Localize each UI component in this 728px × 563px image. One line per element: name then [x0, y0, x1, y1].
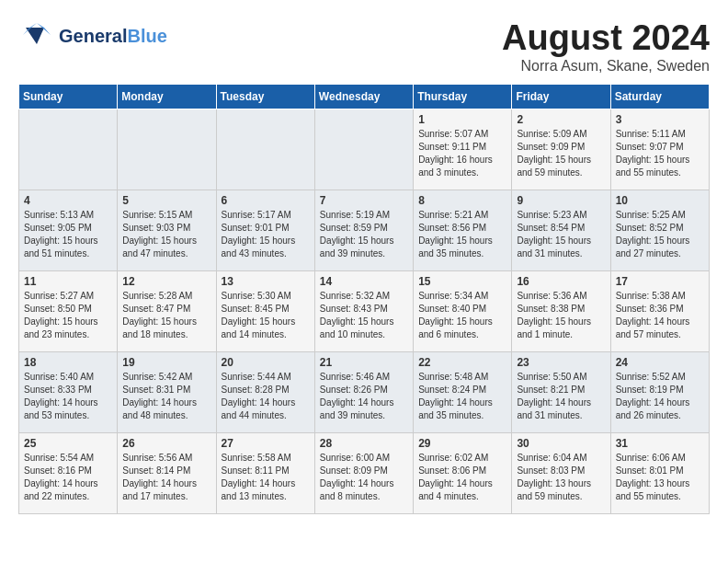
- calendar-cell: 29Sunrise: 6:02 AM Sunset: 8:06 PM Dayli…: [414, 433, 512, 514]
- day-info: Sunrise: 5:46 AM Sunset: 8:26 PM Dayligh…: [320, 371, 408, 422]
- day-info: Sunrise: 5:32 AM Sunset: 8:43 PM Dayligh…: [320, 290, 408, 341]
- day-number: 9: [517, 194, 605, 207]
- calendar-cell: 9Sunrise: 5:23 AM Sunset: 8:54 PM Daylig…: [512, 190, 610, 271]
- day-number: 30: [517, 437, 605, 450]
- calendar-cell: 22Sunrise: 5:48 AM Sunset: 8:24 PM Dayli…: [414, 352, 512, 433]
- day-number: 5: [122, 194, 210, 207]
- day-number: 27: [222, 437, 310, 450]
- calendar-cell: 12Sunrise: 5:28 AM Sunset: 8:47 PM Dayli…: [118, 271, 216, 352]
- calendar-cell: 15Sunrise: 5:34 AM Sunset: 8:40 PM Dayli…: [414, 271, 512, 352]
- day-number: 15: [418, 275, 506, 288]
- header-wednesday: Wednesday: [314, 85, 413, 109]
- day-info: Sunrise: 5:36 AM Sunset: 8:38 PM Dayligh…: [517, 290, 605, 341]
- day-info: Sunrise: 5:11 AM Sunset: 9:07 PM Dayligh…: [616, 128, 704, 179]
- day-number: 18: [24, 356, 112, 369]
- day-info: Sunrise: 5:19 AM Sunset: 8:59 PM Dayligh…: [320, 209, 408, 260]
- day-info: Sunrise: 6:04 AM Sunset: 8:03 PM Dayligh…: [517, 452, 605, 503]
- day-number: 6: [222, 194, 310, 207]
- day-number: 4: [24, 194, 112, 207]
- calendar-cell: 16Sunrise: 5:36 AM Sunset: 8:38 PM Dayli…: [512, 271, 610, 352]
- day-info: Sunrise: 5:40 AM Sunset: 8:33 PM Dayligh…: [24, 371, 112, 422]
- day-info: Sunrise: 6:06 AM Sunset: 8:01 PM Dayligh…: [616, 452, 704, 503]
- day-info: Sunrise: 6:02 AM Sunset: 8:06 PM Dayligh…: [418, 452, 506, 503]
- calendar-cell: 8Sunrise: 5:21 AM Sunset: 8:56 PM Daylig…: [414, 190, 512, 271]
- header-tuesday: Tuesday: [216, 85, 314, 109]
- day-info: Sunrise: 5:25 AM Sunset: 8:52 PM Dayligh…: [616, 209, 704, 260]
- location-subtitle: Norra Asum, Skane, Sweden: [502, 58, 710, 75]
- calendar-cell: [19, 109, 118, 190]
- calendar-cell: 11Sunrise: 5:27 AM Sunset: 8:50 PM Dayli…: [19, 271, 118, 352]
- day-number: 8: [418, 194, 506, 207]
- calendar-cell: [314, 109, 413, 190]
- day-info: Sunrise: 5:38 AM Sunset: 8:36 PM Dayligh…: [616, 290, 704, 341]
- day-number: 26: [122, 437, 210, 450]
- week-row-2: 4Sunrise: 5:13 AM Sunset: 9:05 PM Daylig…: [19, 190, 710, 271]
- day-info: Sunrise: 5:13 AM Sunset: 9:05 PM Dayligh…: [24, 209, 112, 260]
- calendar-cell: 28Sunrise: 6:00 AM Sunset: 8:09 PM Dayli…: [314, 433, 413, 514]
- day-number: 20: [222, 356, 310, 369]
- day-number: 16: [517, 275, 605, 288]
- day-number: 1: [418, 113, 506, 126]
- day-info: Sunrise: 5:23 AM Sunset: 8:54 PM Dayligh…: [517, 209, 605, 260]
- calendar-cell: 17Sunrise: 5:38 AM Sunset: 8:36 PM Dayli…: [610, 271, 709, 352]
- day-info: Sunrise: 5:56 AM Sunset: 8:14 PM Dayligh…: [122, 452, 210, 503]
- day-info: Sunrise: 5:09 AM Sunset: 9:09 PM Dayligh…: [517, 128, 605, 179]
- logo-text: GeneralBlue: [59, 26, 167, 46]
- day-number: 13: [222, 275, 310, 288]
- calendar-cell: 19Sunrise: 5:42 AM Sunset: 8:31 PM Dayli…: [118, 352, 216, 433]
- day-info: Sunrise: 5:34 AM Sunset: 8:40 PM Dayligh…: [418, 290, 506, 341]
- calendar-cell: 4Sunrise: 5:13 AM Sunset: 9:05 PM Daylig…: [19, 190, 118, 271]
- day-number: 2: [517, 113, 605, 126]
- calendar-cell: 30Sunrise: 6:04 AM Sunset: 8:03 PM Dayli…: [512, 433, 610, 514]
- calendar-cell: 10Sunrise: 5:25 AM Sunset: 8:52 PM Dayli…: [610, 190, 709, 271]
- month-year-title: August 2024: [502, 18, 710, 58]
- calendar-cell: [118, 109, 216, 190]
- header-monday: Monday: [118, 85, 216, 109]
- day-info: Sunrise: 5:42 AM Sunset: 8:31 PM Dayligh…: [122, 371, 210, 422]
- day-number: 3: [616, 113, 704, 126]
- day-info: Sunrise: 5:15 AM Sunset: 9:03 PM Dayligh…: [122, 209, 210, 260]
- calendar-cell: 6Sunrise: 5:17 AM Sunset: 9:01 PM Daylig…: [216, 190, 314, 271]
- day-number: 31: [616, 437, 704, 450]
- day-info: Sunrise: 5:07 AM Sunset: 9:11 PM Dayligh…: [418, 128, 506, 179]
- calendar-cell: 2Sunrise: 5:09 AM Sunset: 9:09 PM Daylig…: [512, 109, 610, 190]
- calendar-cell: 24Sunrise: 5:52 AM Sunset: 8:19 PM Dayli…: [610, 352, 709, 433]
- day-number: 21: [320, 356, 408, 369]
- header-thursday: Thursday: [414, 85, 512, 109]
- calendar-cell: 21Sunrise: 5:46 AM Sunset: 8:26 PM Dayli…: [314, 352, 413, 433]
- calendar-cell: 1Sunrise: 5:07 AM Sunset: 9:11 PM Daylig…: [414, 109, 512, 190]
- day-number: 14: [320, 275, 408, 288]
- day-info: Sunrise: 5:50 AM Sunset: 8:21 PM Dayligh…: [517, 371, 605, 422]
- day-info: Sunrise: 5:58 AM Sunset: 8:11 PM Dayligh…: [222, 452, 310, 503]
- calendar-cell: 7Sunrise: 5:19 AM Sunset: 8:59 PM Daylig…: [314, 190, 413, 271]
- calendar-cell: 14Sunrise: 5:32 AM Sunset: 8:43 PM Dayli…: [314, 271, 413, 352]
- day-number: 29: [418, 437, 506, 450]
- header-saturday: Saturday: [610, 85, 709, 109]
- day-number: 7: [320, 194, 408, 207]
- calendar-cell: 20Sunrise: 5:44 AM Sunset: 8:28 PM Dayli…: [216, 352, 314, 433]
- day-number: 24: [616, 356, 704, 369]
- day-number: 12: [122, 275, 210, 288]
- day-info: Sunrise: 5:54 AM Sunset: 8:16 PM Dayligh…: [24, 452, 112, 503]
- day-info: Sunrise: 5:28 AM Sunset: 8:47 PM Dayligh…: [122, 290, 210, 341]
- header: GeneralBlue August 2024 Norra Asum, Skan…: [18, 18, 710, 75]
- day-number: 11: [24, 275, 112, 288]
- day-number: 25: [24, 437, 112, 450]
- week-row-1: 1Sunrise: 5:07 AM Sunset: 9:11 PM Daylig…: [19, 109, 710, 190]
- day-number: 19: [122, 356, 210, 369]
- calendar-cell: 25Sunrise: 5:54 AM Sunset: 8:16 PM Dayli…: [19, 433, 118, 514]
- header-friday: Friday: [512, 85, 610, 109]
- logo-icon: [18, 18, 55, 53]
- day-info: Sunrise: 5:21 AM Sunset: 8:56 PM Dayligh…: [418, 209, 506, 260]
- calendar-cell: 23Sunrise: 5:50 AM Sunset: 8:21 PM Dayli…: [512, 352, 610, 433]
- logo: GeneralBlue: [18, 18, 167, 53]
- day-info: Sunrise: 5:27 AM Sunset: 8:50 PM Dayligh…: [24, 290, 112, 341]
- calendar-cell: [216, 109, 314, 190]
- day-number: 23: [517, 356, 605, 369]
- calendar-cell: 31Sunrise: 6:06 AM Sunset: 8:01 PM Dayli…: [610, 433, 709, 514]
- day-info: Sunrise: 5:30 AM Sunset: 8:45 PM Dayligh…: [222, 290, 310, 341]
- week-row-5: 25Sunrise: 5:54 AM Sunset: 8:16 PM Dayli…: [19, 433, 710, 514]
- header-sunday: Sunday: [19, 85, 118, 109]
- day-number: 22: [418, 356, 506, 369]
- title-section: August 2024 Norra Asum, Skane, Sweden: [502, 18, 710, 75]
